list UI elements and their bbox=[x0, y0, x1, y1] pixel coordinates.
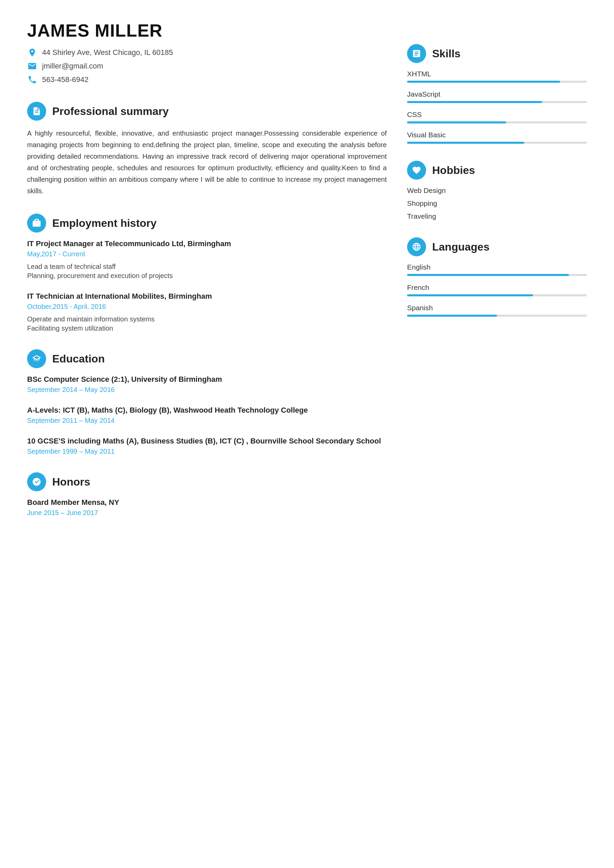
employment-section: Employment history IT Project Manager at… bbox=[27, 214, 387, 332]
honor-1-title: Board Member Mensa, NY bbox=[27, 498, 387, 507]
skill-xhtml: XHTML bbox=[407, 70, 587, 83]
job-2-bullet-1: Operate and maintain information systems bbox=[27, 315, 387, 323]
job-2-date: October,2015 - April, 2016 bbox=[27, 303, 387, 311]
skill-js-bar-bg bbox=[407, 101, 587, 103]
location-icon bbox=[27, 48, 37, 57]
skills-header: Skills bbox=[407, 44, 587, 63]
skill-xhtml-bar-bg bbox=[407, 81, 587, 83]
skills-title: Skills bbox=[432, 48, 461, 60]
edu-2-date: September 2011 – May 2014 bbox=[27, 417, 387, 425]
skill-css-name: CSS bbox=[407, 110, 587, 119]
education-icon bbox=[27, 349, 46, 368]
job-2: IT Technician at International Mobilites… bbox=[27, 292, 387, 332]
skill-vb-bar-bg bbox=[407, 142, 587, 144]
edu-1-title: BSc Computer Science (2:1), University o… bbox=[27, 375, 387, 384]
language-english-name: English bbox=[407, 263, 587, 271]
skills-icon bbox=[407, 44, 426, 63]
education-header: Education bbox=[27, 349, 387, 368]
language-spanish-bar-bg bbox=[407, 315, 587, 317]
language-french-bar-fill bbox=[407, 294, 533, 296]
skill-js-name: JavaScript bbox=[407, 90, 587, 98]
hobbies-icon bbox=[407, 161, 426, 180]
edu-3-date: September 1999 – May 2011 bbox=[27, 448, 387, 456]
right-column: Skills XHTML JavaScript CSS bbox=[407, 20, 587, 517]
phone-text: 563-458-6942 bbox=[42, 75, 89, 84]
skill-xhtml-name: XHTML bbox=[407, 70, 587, 78]
honors-title: Honors bbox=[52, 476, 90, 488]
language-english: English bbox=[407, 263, 587, 276]
skill-css: CSS bbox=[407, 110, 587, 123]
email-item: jmiller@gmail.com bbox=[27, 61, 387, 71]
edu-3-title: 10 GCSE'S including Maths (A), Business … bbox=[27, 437, 387, 445]
skill-xhtml-bar-fill bbox=[407, 81, 560, 83]
education-section: Education BSc Computer Science (2:1), Un… bbox=[27, 349, 387, 456]
languages-section: Languages English French Spanish bbox=[407, 237, 587, 317]
skill-css-bar-bg bbox=[407, 121, 587, 123]
hobbies-section: Hobbies Web Design Shopping Traveling bbox=[407, 161, 587, 220]
address-item: 44 Shirley Ave, West Chicago, IL 60185 bbox=[27, 48, 387, 57]
language-english-bar-bg bbox=[407, 274, 587, 276]
honors-header: Honors bbox=[27, 472, 387, 491]
honors-icon bbox=[27, 472, 46, 491]
resume-container: JAMES MILLER 44 Shirley Ave, West Chicag… bbox=[27, 20, 587, 517]
employment-header: Employment history bbox=[27, 214, 387, 232]
language-french-name: French bbox=[407, 284, 587, 291]
skill-vb: Visual Basic bbox=[407, 131, 587, 144]
summary-header: Professional summary bbox=[27, 102, 387, 121]
job-2-bullet-2: Facilitating system utilization bbox=[27, 324, 387, 332]
job-1-bullet-1: Lead a team of technical staff bbox=[27, 263, 387, 271]
address-text: 44 Shirley Ave, West Chicago, IL 60185 bbox=[42, 48, 173, 57]
skills-section: Skills XHTML JavaScript CSS bbox=[407, 44, 587, 144]
email-icon bbox=[27, 61, 37, 71]
honors-section: Honors Board Member Mensa, NY June 2015 … bbox=[27, 472, 387, 517]
candidate-name: JAMES MILLER bbox=[27, 20, 387, 41]
email-text: jmiller@gmail.com bbox=[42, 62, 103, 71]
honor-1-date: June 2015 – June 2017 bbox=[27, 509, 387, 517]
edu-2: A-Levels: ICT (B), Maths (C), Biology (B… bbox=[27, 406, 387, 425]
skill-js-bar-fill bbox=[407, 101, 542, 103]
edu-1: BSc Computer Science (2:1), University o… bbox=[27, 375, 387, 394]
education-title: Education bbox=[52, 353, 105, 365]
summary-title: Professional summary bbox=[52, 105, 169, 118]
header: JAMES MILLER 44 Shirley Ave, West Chicag… bbox=[27, 20, 387, 85]
skill-js: JavaScript bbox=[407, 90, 587, 103]
language-spanish: Spanish bbox=[407, 304, 587, 317]
languages-title: Languages bbox=[432, 241, 490, 253]
edu-3: 10 GCSE'S including Maths (A), Business … bbox=[27, 437, 387, 456]
hobby-1: Web Design bbox=[407, 186, 587, 195]
phone-item: 563-458-6942 bbox=[27, 74, 387, 85]
phone-icon bbox=[27, 74, 37, 85]
left-column: JAMES MILLER 44 Shirley Ave, West Chicag… bbox=[27, 20, 387, 517]
language-spanish-bar-fill bbox=[407, 315, 497, 317]
honor-1: Board Member Mensa, NY June 2015 – June … bbox=[27, 498, 387, 517]
employment-title: Employment history bbox=[52, 217, 157, 229]
job-1-title: IT Project Manager at Telecommunicado Lt… bbox=[27, 239, 387, 248]
job-1-date: May,2017 - Current bbox=[27, 250, 387, 258]
hobbies-title: Hobbies bbox=[432, 164, 475, 177]
skill-vb-name: Visual Basic bbox=[407, 131, 587, 139]
job-1-bullet-2: Planning, procurement and execution of p… bbox=[27, 272, 387, 280]
hobby-3: Traveling bbox=[407, 212, 587, 220]
language-french: French bbox=[407, 284, 587, 296]
languages-header: Languages bbox=[407, 237, 587, 256]
hobbies-header: Hobbies bbox=[407, 161, 587, 180]
languages-icon bbox=[407, 237, 426, 256]
edu-1-date: September 2014 – May 2016 bbox=[27, 386, 387, 394]
employment-icon bbox=[27, 214, 46, 232]
language-english-bar-fill bbox=[407, 274, 569, 276]
job-1: IT Project Manager at Telecommunicado Lt… bbox=[27, 239, 387, 280]
summary-section: Professional summary A highly resourcefu… bbox=[27, 102, 387, 197]
skill-css-bar-fill bbox=[407, 121, 506, 123]
job-2-title: IT Technician at International Mobilites… bbox=[27, 292, 387, 301]
language-french-bar-bg bbox=[407, 294, 587, 296]
summary-text: A highly resourceful, flexible, innovati… bbox=[27, 127, 387, 197]
hobby-2: Shopping bbox=[407, 199, 587, 208]
summary-icon bbox=[27, 102, 46, 121]
skill-vb-bar-fill bbox=[407, 142, 524, 144]
edu-2-title: A-Levels: ICT (B), Maths (C), Biology (B… bbox=[27, 406, 387, 415]
language-spanish-name: Spanish bbox=[407, 304, 587, 312]
